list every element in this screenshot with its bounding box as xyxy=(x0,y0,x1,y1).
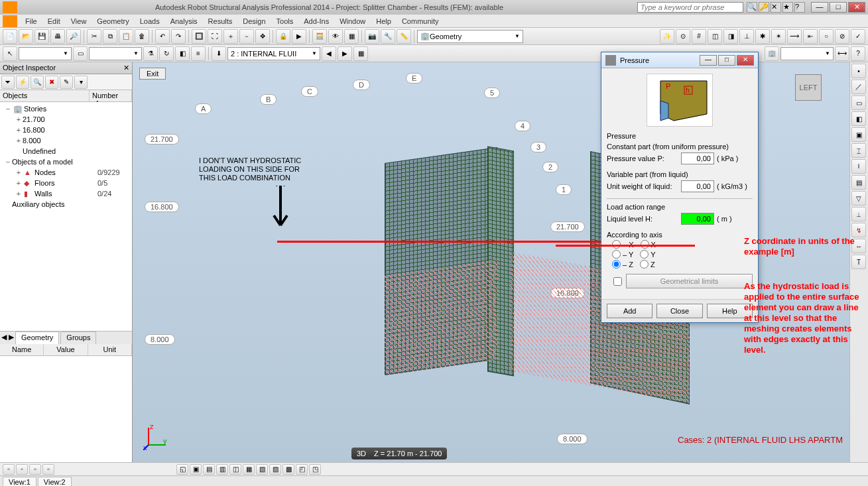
bt-b-icon[interactable]: ▧ xyxy=(256,464,268,475)
wand-icon[interactable]: ✨ xyxy=(660,29,674,44)
story-icon[interactable]: 🏢 xyxy=(765,46,779,61)
col-number[interactable]: Number of... xyxy=(90,90,132,101)
propcol-name[interactable]: Name xyxy=(0,344,44,355)
window-icon[interactable]: ◧ xyxy=(175,46,190,61)
menu-window[interactable]: Window xyxy=(334,16,371,27)
tree-model[interactable]: Objects of a model xyxy=(12,158,131,166)
tree-walls[interactable]: Walls xyxy=(34,190,97,198)
pan-icon[interactable]: ✥ xyxy=(255,29,270,44)
filter-icon[interactable]: ⚗ xyxy=(143,46,158,61)
menu-geometry[interactable]: Geometry xyxy=(92,16,134,27)
view-tab-1[interactable]: View:1 xyxy=(3,477,36,487)
menu-tools[interactable]: Tools xyxy=(271,16,299,27)
snap-end-icon[interactable]: ◨ xyxy=(723,29,738,44)
snap-grid-icon[interactable]: # xyxy=(692,29,706,44)
tree-floors[interactable]: Floors xyxy=(34,179,97,187)
col-objects[interactable]: Objects xyxy=(0,90,90,101)
calc-icon[interactable]: 🧮 xyxy=(312,29,327,44)
tree-nodes[interactable]: Nodes xyxy=(34,168,97,176)
snap-tan-icon[interactable]: ○ xyxy=(819,29,834,44)
rt-cube-icon[interactable]: ▣ xyxy=(851,127,866,142)
undo-icon[interactable]: ↶ xyxy=(155,29,170,44)
bt-iso-icon[interactable]: ◱ xyxy=(176,464,188,475)
view-tab-2[interactable]: View:2 xyxy=(38,477,72,487)
snap-mid-icon[interactable]: ◫ xyxy=(708,29,722,44)
zoom-all-icon[interactable]: ⛶ xyxy=(208,29,222,44)
rt-bar-icon[interactable]: ／ xyxy=(851,80,866,94)
bt-c-icon[interactable]: ▨ xyxy=(269,464,281,475)
prev-case-icon[interactable]: ◀ xyxy=(322,46,336,61)
menu-edit[interactable]: Edit xyxy=(42,16,66,27)
star-icon[interactable]: ★ xyxy=(782,2,793,13)
sel-type-combo[interactable]: ▼ xyxy=(89,47,142,60)
tree-story-3[interactable]: 8.000 xyxy=(23,137,131,145)
tab-groups[interactable]: Groups xyxy=(60,332,96,344)
close-button[interactable]: ✕ xyxy=(848,2,865,13)
run-icon[interactable]: ▶ xyxy=(292,29,306,44)
snap-perp-icon[interactable]: ⊥ xyxy=(739,29,754,44)
sel-2d-icon[interactable]: ▭ xyxy=(73,46,88,61)
menu-loads[interactable]: Loads xyxy=(135,16,165,27)
tree-stories[interactable]: Stories xyxy=(24,105,131,113)
rt-support-icon[interactable]: ▽ xyxy=(851,191,866,206)
view-info-bar[interactable]: 3D Z = 21.70 m - 21.700 xyxy=(351,448,447,459)
rt-solid-icon[interactable]: ◧ xyxy=(851,111,866,126)
cube-left-face[interactable]: LEFT xyxy=(800,84,818,91)
bt-2-icon[interactable]: ▫ xyxy=(16,464,28,475)
axis-minus-z[interactable]: – Z xyxy=(612,260,633,269)
units-icon[interactable]: 📏 xyxy=(397,29,411,44)
unit-weight-input[interactable] xyxy=(681,180,714,192)
select-icon[interactable]: ↖ xyxy=(3,46,17,61)
load-table-icon[interactable]: ▦ xyxy=(353,46,368,61)
tools-icon[interactable]: 🔧 xyxy=(381,29,395,44)
help-search-input[interactable] xyxy=(637,2,743,13)
menu-community[interactable]: Community xyxy=(397,16,444,27)
tab-geometry[interactable]: Geometry xyxy=(15,332,59,344)
tree-story-1[interactable]: 21.700 xyxy=(23,115,131,123)
axis-z[interactable]: Z xyxy=(640,260,655,269)
geom-limits-checkbox[interactable] xyxy=(613,277,622,286)
snap-node-icon[interactable]: ⊙ xyxy=(676,29,690,44)
view-cube[interactable]: LEFT xyxy=(792,70,826,103)
bt-top-icon[interactable]: ▣ xyxy=(190,464,202,475)
layout-combo[interactable]: 🏢 Geometry▼ xyxy=(417,30,523,43)
minimize-button[interactable]: — xyxy=(811,2,828,13)
more-icon[interactable]: ▾ xyxy=(74,76,88,89)
snap-ext-icon[interactable]: ⟶ xyxy=(787,29,802,44)
snap-off-icon[interactable]: ⊘ xyxy=(835,29,849,44)
menu-view[interactable]: View xyxy=(66,16,92,27)
maximize-button[interactable]: □ xyxy=(830,2,847,13)
find-icon[interactable]: 🔍 xyxy=(31,76,44,89)
edit-icon[interactable]: ✎ xyxy=(60,76,73,89)
snap-all-icon[interactable]: ✓ xyxy=(851,29,865,44)
rt-material-icon[interactable]: ▤ xyxy=(851,175,866,190)
bt-4-icon[interactable]: ▫ xyxy=(42,464,54,475)
next-case-icon[interactable]: ▶ xyxy=(338,46,352,61)
axis-triad[interactable]: zyx xyxy=(143,424,170,450)
dialog-titlebar[interactable]: Pressure — □ ✕ xyxy=(601,52,758,68)
inspector-close-icon[interactable]: ✕ xyxy=(123,64,129,72)
load-icon[interactable]: ⬇ xyxy=(212,46,226,61)
bt-side-icon[interactable]: ▥ xyxy=(216,464,228,475)
object-tree[interactable]: −🏢Stories +21.700 +16.800 +8.000 Undefin… xyxy=(0,102,132,331)
bt-e-icon[interactable]: ◰ xyxy=(296,464,308,475)
copy-icon[interactable]: ⧉ xyxy=(103,29,117,44)
propcol-unit[interactable]: Unit xyxy=(88,344,132,355)
dialog-close-button[interactable]: ✕ xyxy=(737,55,754,66)
rt-panel-icon[interactable]: ▭ xyxy=(851,95,866,110)
binoculars-icon[interactable]: 🔍 xyxy=(747,2,757,13)
add-button[interactable]: Add xyxy=(607,304,652,318)
rt-load-icon[interactable]: ↯ xyxy=(851,223,866,237)
redo-icon[interactable]: ↷ xyxy=(171,29,186,44)
selection-combo[interactable]: ▼ xyxy=(19,47,72,60)
tree-undefined[interactable]: Undefined xyxy=(23,147,131,155)
delete-icon[interactable]: 🗑 xyxy=(135,29,149,44)
close-dialog-button[interactable]: Close xyxy=(656,304,702,318)
rt-section-icon[interactable]: ⌶ xyxy=(851,143,866,158)
bt-persp-icon[interactable]: ◫ xyxy=(229,464,241,475)
menu-file[interactable]: File xyxy=(20,16,42,27)
funnel-icon[interactable]: ⏷ xyxy=(1,76,15,89)
new-icon[interactable]: 📄 xyxy=(3,29,17,44)
menu-results[interactable]: Results xyxy=(203,16,238,27)
eye-icon[interactable]: 👁 xyxy=(328,29,343,44)
